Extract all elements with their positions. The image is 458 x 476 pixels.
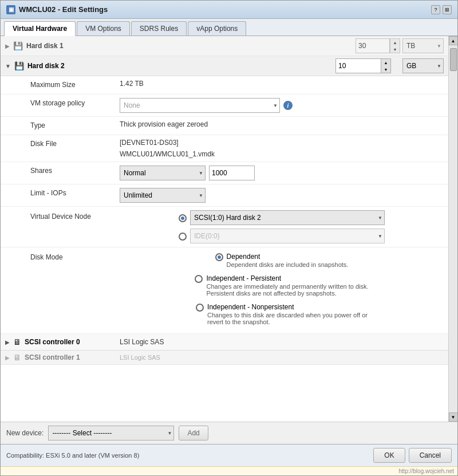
max-size-text: 1.42 TB xyxy=(120,80,144,88)
disk-mode-independent-nonpersistent-desc: Changes to this disk are discarded when … xyxy=(207,312,368,325)
scsi-controller-0-value: LSI Logic SAS xyxy=(120,338,164,346)
disk-file-row: Disk File [DEVNET01-DS03] WMCLU01/WMCLU0… xyxy=(1,135,448,162)
hard-disk-2-size-input[interactable] xyxy=(335,58,381,73)
vm-storage-policy-label: VM storage policy xyxy=(1,95,115,112)
storage-policy-dropdown[interactable]: None xyxy=(120,98,280,113)
hard-disk-1-spinner[interactable]: ▲ ▼ xyxy=(390,38,400,53)
url-text: http://blog.wojcieh.net xyxy=(398,468,454,474)
new-device-dropdown[interactable]: -------- Select -------- xyxy=(48,426,174,440)
disk-file-label: Disk File xyxy=(1,135,115,152)
scsi-controller-0-row[interactable]: ▶ 🖥 SCSI controller 0 LSI Logic SAS xyxy=(1,334,448,351)
disk-mode-dependent: Dependent Dependent disks are included i… xyxy=(215,252,349,268)
limit-iops-select-wrapper[interactable]: Unlimited Custom xyxy=(120,188,206,203)
hd2-spinner-up[interactable]: ▲ xyxy=(381,59,390,66)
vdn-dropdown-2: IDE(0:0) xyxy=(190,229,385,243)
footer-buttons: OK Cancel xyxy=(373,448,452,463)
titlebar: ▣ WMCLU02 - Edit Settings ? ⊞ xyxy=(1,1,457,19)
disk-mode-independent-persistent-desc: Changes are immediately and permanently … xyxy=(206,283,368,297)
scsi-controller-0-expand-icon: ▶ xyxy=(5,339,10,345)
scrollbar-track[interactable] xyxy=(449,45,457,412)
shares-label: Shares xyxy=(1,162,115,179)
disk-file-value: [DEVNET01-DS03] WMCLU01/WMCLU01_1.vmdk xyxy=(115,135,448,162)
hard-disk-1-label: Hard disk 1 xyxy=(26,42,64,50)
resize-button[interactable]: ⊞ xyxy=(443,5,452,14)
limit-iops-dropdown[interactable]: Unlimited Custom xyxy=(120,188,206,203)
vdn-select-wrapper-1[interactable]: SCSI(1:0) Hard disk 2 xyxy=(190,210,385,225)
disk-mode-radio-dependent[interactable] xyxy=(215,253,223,261)
scsi-controller-1-label: SCSI controller 1 xyxy=(25,353,116,361)
scsi-controller-1-expand-icon: ▶ xyxy=(5,355,10,361)
tab-vapp-options[interactable]: vApp Options xyxy=(188,21,246,36)
disk-mode-independent-persistent-label: Independent - Persistent xyxy=(206,274,281,282)
cancel-button[interactable]: Cancel xyxy=(409,448,452,463)
scrollbar-thumb[interactable] xyxy=(450,48,457,71)
expand-icon: ▶ xyxy=(5,43,10,49)
max-size-label: Maximum Size xyxy=(1,76,115,93)
hard-disk-1-header[interactable]: ▶ 💾 Hard disk 1 ▲ ▼ TB GB xyxy=(1,36,448,56)
max-size-row: Maximum Size 1.42 TB xyxy=(1,76,448,95)
vdn-select-wrapper-2[interactable]: IDE(0:0) xyxy=(190,229,385,243)
storage-policy-info-icon[interactable]: i xyxy=(283,101,293,110)
scrollbar: ▲ ▼ xyxy=(448,36,457,422)
url-bar: http://blog.wojcieh.net xyxy=(1,466,457,475)
compatibility-text: Compatibility: ESXi 5.0 and later (VM ve… xyxy=(6,452,139,459)
tab-virtual-hardware[interactable]: Virtual Hardware xyxy=(4,21,76,36)
shares-mode-select-wrapper[interactable]: Normal Low High Custom xyxy=(120,166,206,180)
scsi-controller-0-label: SCSI controller 0 xyxy=(25,338,116,346)
hard-disk-2-expand-icon: ▼ xyxy=(5,63,11,69)
disk-mode-options: Dependent Dependent disks are included i… xyxy=(115,247,448,329)
spinner-up[interactable]: ▲ xyxy=(390,39,400,46)
hard-disk-1-icon: 💾 xyxy=(13,41,23,50)
disk-mode-radio-independent-nonpersistent[interactable] xyxy=(196,304,204,312)
spinner-down[interactable]: ▼ xyxy=(390,46,400,53)
vm-storage-policy-row: VM storage policy None i xyxy=(1,95,448,117)
help-button[interactable]: ? xyxy=(431,5,440,14)
scsi-controller-1-value: LSI Logic SAS xyxy=(120,354,160,361)
type-row: Type Thick provision eager zeroed xyxy=(1,117,448,135)
scsi-controller-0-icon: 🖥 xyxy=(13,337,21,347)
content-area: ▶ 💾 Hard disk 1 ▲ ▼ TB GB xyxy=(1,36,457,422)
dialog-title: WMCLU02 - Edit Settings xyxy=(19,5,108,14)
disk-file-line1: [DEVNET01-DS03] xyxy=(120,139,179,147)
scrollbar-up-button[interactable]: ▲ xyxy=(449,36,458,45)
limit-iops-label: Limit - IOPs xyxy=(1,184,115,202)
scrollbar-down-button[interactable]: ▼ xyxy=(449,412,458,422)
hard-disk-2-unit-select[interactable]: GB TB MB xyxy=(402,58,444,73)
disk-mode-independent-nonpersistent: Independent - Nonpersistent Changes to t… xyxy=(196,302,368,325)
hard-disk-1-unit-dropdown[interactable]: TB GB MB xyxy=(402,38,444,53)
scroll-content: ▶ 💾 Hard disk 1 ▲ ▼ TB GB xyxy=(1,36,448,422)
disk-file-line2: WMCLU01/WMCLU01_1.vmdk xyxy=(120,150,215,158)
tab-vm-options[interactable]: VM Options xyxy=(77,21,130,36)
hd2-spinner-down[interactable]: ▼ xyxy=(381,66,390,73)
hard-disk-1-size-input[interactable] xyxy=(356,38,390,53)
add-device-button[interactable]: Add xyxy=(179,426,208,440)
storage-policy-select-wrapper[interactable]: None xyxy=(120,98,280,113)
vdn-dropdown-1[interactable]: SCSI(1:0) Hard disk 2 xyxy=(190,210,385,225)
limit-iops-row: Limit - IOPs Unlimited Custom xyxy=(1,184,448,207)
hard-disk-2-header[interactable]: ▼ 💾 Hard disk 2 ▲ ▼ GB TB MB xyxy=(1,56,448,76)
virtual-device-node-value: SCSI(1:0) Hard disk 2 IDE(0:0) xyxy=(115,207,448,247)
disk-mode-radio-independent-persistent[interactable] xyxy=(195,275,203,283)
titlebar-left: ▣ WMCLU02 - Edit Settings xyxy=(6,5,108,14)
new-device-select-wrapper[interactable]: -------- Select -------- xyxy=(48,426,174,440)
shares-input[interactable] xyxy=(209,166,255,180)
ok-button[interactable]: OK xyxy=(373,448,405,463)
disk-mode-row: Disk Mode Dependent Dependent disks are … xyxy=(1,247,448,334)
disk-mode-dependent-label: Dependent xyxy=(227,253,260,261)
dialog: ▣ WMCLU02 - Edit Settings ? ⊞ Virtual Ha… xyxy=(0,0,458,476)
vdn-radio-1[interactable] xyxy=(179,214,187,222)
new-device-label: New device: xyxy=(6,429,44,437)
hard-disk-2-unit-dropdown[interactable]: GB TB MB xyxy=(402,58,444,73)
hard-disk-2-spinner[interactable]: ▲ ▼ xyxy=(381,58,391,73)
virtual-device-node-label: Virtual Device Node xyxy=(1,207,115,225)
limit-iops-value: Unlimited Custom xyxy=(115,184,448,206)
scsi-controller-1-row[interactable]: ▶ 🖥 SCSI controller 1 LSI Logic SAS xyxy=(1,351,448,365)
hard-disk-1-unit-select[interactable]: TB GB MB xyxy=(402,38,444,53)
shares-value: Normal Low High Custom xyxy=(115,162,448,184)
shares-mode-dropdown[interactable]: Normal Low High Custom xyxy=(120,166,206,180)
tab-sdrs-rules[interactable]: SDRS Rules xyxy=(131,21,187,36)
footer-bar: Compatibility: ESXi 5.0 and later (VM ve… xyxy=(1,444,457,466)
titlebar-buttons: ? ⊞ xyxy=(431,5,452,14)
type-value: Thick provision eager zeroed xyxy=(115,117,448,132)
vdn-radio-2[interactable] xyxy=(179,233,187,241)
